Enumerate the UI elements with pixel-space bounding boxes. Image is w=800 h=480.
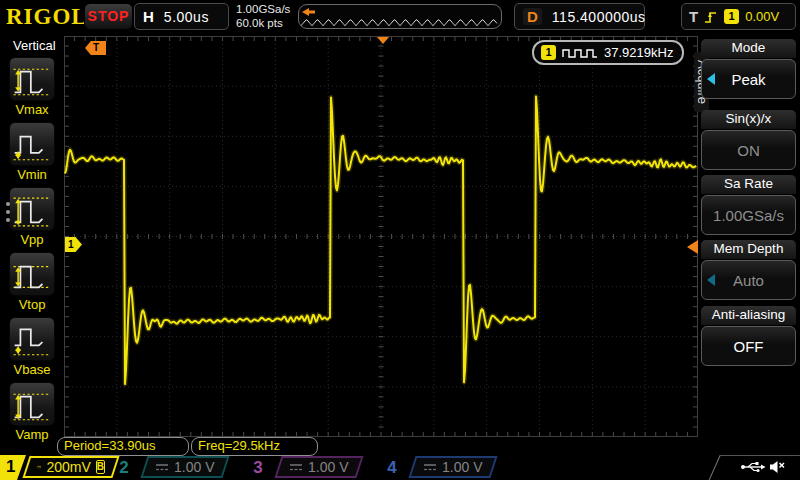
dc-coupling-icon — [37, 462, 41, 472]
mode-label: Mode — [701, 39, 796, 58]
vbase-button[interactable] — [9, 317, 55, 361]
trigger-position-triangle-icon[interactable] — [377, 37, 389, 44]
sinx-value: ON — [702, 142, 795, 159]
sinx-label: Sin(x)/x — [701, 110, 796, 129]
vmin-button[interactable] — [9, 122, 55, 166]
trigger-level-value: 0.00V — [745, 9, 779, 24]
menu-section-memdepth: Mem Depth Auto — [701, 240, 796, 302]
channel4-scale-badge[interactable]: 1.00 V — [408, 456, 497, 478]
vmax-button[interactable] — [9, 57, 55, 101]
speaker-muted-icon — [768, 459, 786, 475]
menu-page-dot — [6, 210, 10, 214]
timebase-value: 5.00us — [164, 9, 209, 25]
vtop-label: Vtop — [0, 297, 64, 312]
channel4-badge[interactable]: 4 — [380, 456, 404, 479]
menu-section-antialiasing: Anti-aliasing OFF — [701, 306, 796, 368]
sample-rate: 1.00GSa/s — [236, 2, 290, 16]
status-area-topline — [720, 455, 800, 456]
antialiasing-value: OFF — [702, 338, 795, 355]
dc-coupling-icon — [289, 462, 303, 472]
dc-coupling-icon — [155, 462, 169, 472]
run-state-indicator: STOP — [84, 3, 133, 30]
trigger-source-badge: 1 — [724, 9, 739, 24]
dc-coupling-icon — [423, 462, 437, 472]
channel3-scale: 1.00 V — [308, 459, 348, 475]
freq-counter-value: 37.9219kHz — [604, 45, 673, 60]
sample-rate-box: 1.00GSa/s 60.0k pts — [236, 2, 290, 30]
menu-section-mode: Mode Peak — [701, 39, 796, 101]
channel2-badge[interactable]: 2 — [112, 456, 136, 479]
oscilloscope-screen: { "brand": "RIGOL", "colors": { "accent_… — [0, 0, 800, 480]
horizontal-position-preview[interactable] — [298, 4, 502, 29]
channel1-scale-badge[interactable]: 200mV B — [22, 456, 119, 478]
channel2-scale-badge[interactable]: 1.00 V — [140, 456, 229, 478]
channel3-badge[interactable]: 3 — [246, 456, 270, 479]
memory-waveform-preview — [301, 15, 499, 29]
vpp-button[interactable] — [9, 187, 55, 231]
vpp-label: Vpp — [0, 232, 64, 247]
waveform-display-area — [64, 36, 698, 437]
vbase-label: Vbase — [0, 362, 64, 377]
channel1-scale: 200mV — [46, 459, 90, 475]
timebase-box: H 5.00us — [134, 3, 229, 30]
antialiasing-button[interactable]: OFF — [701, 326, 796, 366]
menu-section-sinx: Sin(x)/x ON — [701, 110, 796, 170]
rising-edge-icon — [704, 9, 718, 25]
freq-counter-channel-badge: 1 — [541, 45, 556, 60]
delay-value: 115.400000us — [552, 9, 646, 25]
antialiasing-label: Anti-aliasing — [701, 306, 796, 325]
channel3-scale-badge[interactable]: 1.00 V — [274, 456, 363, 478]
timebase-h-label: H — [143, 8, 154, 25]
sarate-value: 1.00GSa/s — [702, 207, 795, 224]
vtop-button[interactable] — [9, 252, 55, 296]
measurement-freq: Freq=29.5kHz — [191, 437, 318, 456]
trigger-box: T 1 0.00V — [681, 3, 796, 30]
menu-section-sarate: Sa Rate 1.00GSa/s — [701, 175, 796, 235]
mode-value: Peak — [702, 71, 795, 88]
menu-page-dot — [6, 218, 10, 222]
memdepth-label: Mem Depth — [701, 240, 796, 259]
channel2-scale: 1.00 V — [174, 459, 214, 475]
vmax-label: Vmax — [0, 102, 64, 117]
memory-points: 60.0k pts — [236, 16, 290, 30]
vamp-label: Vamp — [0, 427, 64, 442]
measurement-period: Period=33.90us — [57, 437, 189, 456]
delay-d-label: D — [523, 8, 542, 25]
frequency-counter: 1 37.9219kHz — [532, 40, 684, 65]
mode-button[interactable]: Peak — [701, 59, 796, 99]
usb-icon — [740, 460, 766, 474]
status-area-divider — [708, 455, 720, 480]
memdepth-button[interactable]: Auto — [701, 260, 796, 300]
graticule — [64, 36, 698, 437]
sarate-label: Sa Rate — [701, 175, 796, 194]
square-wave-icon — [562, 47, 598, 59]
channel4-scale: 1.00 V — [442, 459, 482, 475]
vmin-label: Vmin — [0, 167, 64, 182]
menu-page-dot — [6, 202, 10, 206]
brand-logo: RIGOL — [6, 4, 88, 30]
vamp-button[interactable] — [9, 382, 55, 426]
memdepth-value: Auto — [702, 272, 795, 289]
sarate-button[interactable]: 1.00GSa/s — [701, 195, 796, 235]
delay-box: D 115.400000us — [514, 3, 645, 30]
bandwidth-limit-icon: B — [96, 460, 105, 474]
trigger-t-label: T — [689, 8, 698, 25]
sinx-button[interactable]: ON — [701, 130, 796, 170]
left-menu-title: Vertical — [13, 38, 56, 53]
